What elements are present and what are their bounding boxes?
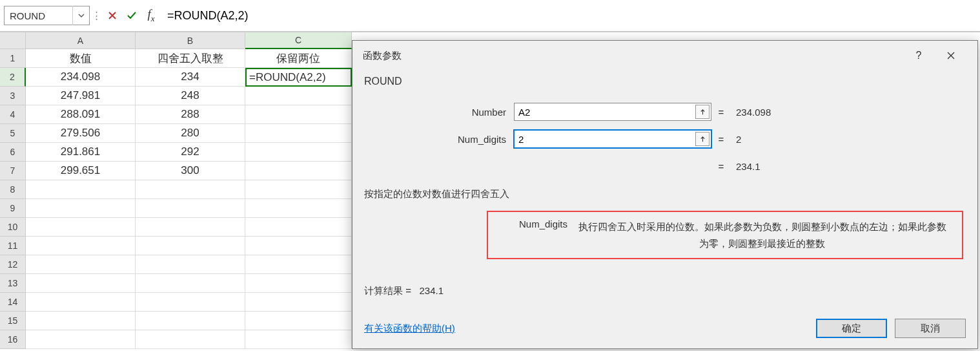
ok-button[interactable]: 确定 (816, 319, 887, 338)
cell-B6[interactable]: 292 (136, 143, 245, 162)
cell-B8[interactable] (136, 180, 245, 199)
cell-B2[interactable]: 234 (136, 68, 245, 87)
cell-B15[interactable] (136, 312, 245, 330)
cell-B5[interactable]: 280 (136, 124, 245, 143)
row-header-6[interactable]: 6 (0, 143, 26, 162)
cell-C13[interactable] (245, 274, 352, 293)
formula-preview-result: 234.1 (731, 161, 761, 172)
col-header-B[interactable]: B (136, 32, 245, 49)
enter-formula-button[interactable] (122, 6, 141, 25)
cell-A13[interactable] (26, 274, 136, 293)
function-help-link[interactable]: 有关该函数的帮助(H) (364, 323, 455, 335)
cell-A14[interactable] (26, 293, 136, 312)
cell-B14[interactable] (136, 293, 245, 312)
cancel-formula-button[interactable] (103, 6, 122, 25)
col-header-C[interactable]: C (245, 32, 352, 49)
function-arguments-dialog: 函数参数 ? ROUND Number=234.098Num_digits=2 … (352, 40, 978, 349)
row-header-2[interactable]: 2 (0, 68, 26, 87)
cell-A15[interactable] (26, 312, 136, 330)
cell-B16[interactable] (136, 330, 245, 349)
row-header-3[interactable]: 3 (0, 87, 26, 105)
cell-C6[interactable] (245, 143, 352, 162)
cell-A6[interactable]: 291.861 (26, 143, 136, 162)
row-header-11[interactable]: 11 (0, 237, 26, 255)
cell-C5[interactable] (245, 124, 352, 143)
cell-B4[interactable]: 288 (136, 105, 245, 124)
cell-B11[interactable] (136, 237, 245, 255)
cell-C1[interactable]: 保留两位 (245, 49, 352, 68)
cell-B9[interactable] (136, 199, 245, 218)
calculation-result: 计算结果 = 234.1 (364, 285, 966, 297)
formula-input[interactable] (161, 6, 976, 25)
cell-C4[interactable] (245, 105, 352, 124)
cell-A10[interactable] (26, 218, 136, 237)
row-header-12[interactable]: 12 (0, 255, 26, 274)
row-header-13[interactable]: 13 (0, 274, 26, 293)
arg-label-Number: Number (364, 107, 514, 118)
row-header-10[interactable]: 10 (0, 218, 26, 237)
arg-result-Number: 234.098 (731, 107, 771, 118)
collapse-dialog-icon[interactable] (695, 132, 709, 146)
arg-result-Num_digits: 2 (731, 134, 741, 145)
dialog-title: 函数参数 (363, 50, 903, 62)
close-button[interactable] (935, 41, 967, 70)
row-header-8[interactable]: 8 (0, 180, 26, 199)
select-all-corner[interactable] (0, 32, 26, 49)
help-button[interactable]: ? (903, 41, 935, 70)
row-header-14[interactable]: 14 (0, 293, 26, 312)
parameter-name: Num_digits (500, 218, 574, 251)
function-name: ROUND (364, 76, 966, 87)
separator: ⋮ (94, 0, 99, 31)
cell-A1[interactable]: 数值 (26, 49, 136, 68)
cell-B7[interactable]: 300 (136, 162, 245, 180)
cell-C8[interactable] (245, 180, 352, 199)
cancel-button[interactable]: 取消 (895, 319, 966, 338)
cell-C16[interactable] (245, 330, 352, 349)
row-header-4[interactable]: 4 (0, 105, 26, 124)
cell-A8[interactable] (26, 180, 136, 199)
row-header-9[interactable]: 9 (0, 199, 26, 218)
dialog-titlebar[interactable]: 函数参数 ? (352, 41, 977, 70)
chevron-down-icon[interactable] (72, 6, 89, 25)
cell-B3[interactable]: 248 (136, 87, 245, 105)
cell-B1[interactable]: 四舍五入取整 (136, 49, 245, 68)
cell-C14[interactable] (245, 293, 352, 312)
cell-C10[interactable] (245, 218, 352, 237)
cell-C3[interactable] (245, 87, 352, 105)
cell-A2[interactable]: 234.098 (26, 68, 136, 87)
cell-A3[interactable]: 247.981 (26, 87, 136, 105)
insert-function-button[interactable]: fx (141, 6, 161, 25)
col-header-A[interactable]: A (26, 32, 136, 49)
column-headers: A B C (0, 32, 352, 49)
cell-A16[interactable] (26, 330, 136, 349)
parameter-description: 执行四舍五入时采用的位数。如果此参数为负数，则圆整到小数点的左边；如果此参数为零… (574, 218, 950, 251)
row-header-16[interactable]: 16 (0, 330, 26, 349)
cell-A4[interactable]: 288.091 (26, 105, 136, 124)
parameter-help-box: Num_digits 执行四舍五入时采用的位数。如果此参数为负数，则圆整到小数点… (487, 211, 963, 259)
row-header-7[interactable]: 7 (0, 162, 26, 180)
row-header-15[interactable]: 15 (0, 312, 26, 330)
name-box[interactable]: ROUND (4, 6, 90, 25)
cell-A7[interactable]: 299.651 (26, 162, 136, 180)
cell-B12[interactable] (136, 255, 245, 274)
cell-C9[interactable] (245, 199, 352, 218)
cell-A12[interactable] (26, 255, 136, 274)
arg-label-Num_digits: Num_digits (364, 134, 514, 145)
cell-C15[interactable] (245, 312, 352, 330)
cell-A9[interactable] (26, 199, 136, 218)
arg-input-Number[interactable] (515, 103, 694, 120)
cell-C7[interactable] (245, 162, 352, 180)
collapse-dialog-icon[interactable] (695, 105, 709, 119)
arg-input-Num_digits[interactable] (515, 131, 694, 147)
cell-C2[interactable]: =ROUND(A2,2) (245, 68, 352, 87)
cell-C11[interactable] (245, 237, 352, 255)
row-header-5[interactable]: 5 (0, 124, 26, 143)
formula-bar: ROUND ⋮ fx (0, 0, 980, 32)
equals-sign: = (711, 161, 731, 172)
cell-B13[interactable] (136, 274, 245, 293)
cell-B10[interactable] (136, 218, 245, 237)
cell-A11[interactable] (26, 237, 136, 255)
cell-C12[interactable] (245, 255, 352, 274)
cell-A5[interactable]: 279.506 (26, 124, 136, 143)
row-header-1[interactable]: 1 (0, 49, 26, 68)
